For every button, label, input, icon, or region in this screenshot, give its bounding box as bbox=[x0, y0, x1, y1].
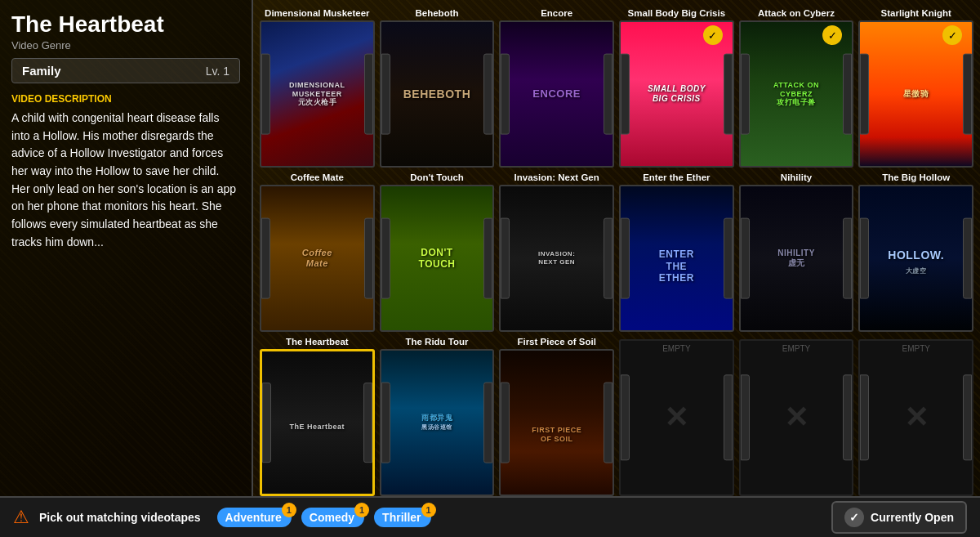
empty-label-3: EMPTY bbox=[860, 344, 972, 353]
tape-label-starlight: Starlight Knight bbox=[858, 7, 973, 20]
tape-col-dimensional: Dimensional Musketeer DIMENSIONALMUSKETE… bbox=[260, 7, 375, 168]
empty-x-1: ✕ bbox=[664, 401, 688, 435]
tape-label-firstpiece: First Piece of Soil bbox=[499, 335, 614, 349]
check-badge-smallbody: ✓ bbox=[703, 25, 723, 45]
currently-open-button[interactable]: ✓ Currently Open bbox=[831, 501, 967, 534]
cover-text-nihility: NIHILITY虚无 bbox=[749, 245, 844, 271]
tape-col-heartbeat: The Heartbeat ThE Heartbeat bbox=[260, 335, 375, 496]
empty-label-1: EMPTY bbox=[621, 344, 733, 353]
currently-open-check-icon: ✓ bbox=[844, 508, 864, 527]
tape-col-donttouch: Don't Touch DON'TTOUCH bbox=[380, 171, 495, 332]
cover-text-invasion: INVASION:NEXT GEN bbox=[509, 247, 604, 269]
tape-label-dimensional: Dimensional Musketeer bbox=[260, 7, 375, 20]
empty-label-2: EMPTY bbox=[741, 344, 853, 353]
grid-row-3: The Heartbeat ThE Heartbeat The Ridu Tou… bbox=[260, 335, 973, 496]
tape-label-nihility: Nihility bbox=[739, 171, 854, 185]
cover-beheboth: BEHEBOTH bbox=[390, 22, 485, 166]
tape-col-empty-2: ✕ EMPTY bbox=[739, 335, 854, 496]
cards-row-2: Coffee Mate CoffeeMate Don't Touch DON' bbox=[260, 171, 973, 332]
tape-card-invasion[interactable]: INVASION:NEXT GEN bbox=[499, 185, 614, 332]
cover-text-enter: ENTERTHEETHER bbox=[629, 245, 724, 287]
level-indicator: Lv. 1 bbox=[206, 65, 229, 78]
grid-row-2: Coffee Mate CoffeeMate Don't Touch DON' bbox=[260, 171, 973, 332]
cover-text-starlight: 星徼骑 bbox=[868, 86, 964, 102]
tape-card-encore[interactable]: ENCORE bbox=[499, 20, 614, 168]
tape-card-bighollow[interactable]: HOLLOW.大虚空 bbox=[858, 185, 973, 332]
left-panel: The Heartbeat Video Genre Family Lv. 1 V… bbox=[0, 0, 253, 499]
cover-text-smallbody: SMALL BODYBIG CRISIS bbox=[629, 81, 724, 107]
cover-coffee: CoffeeMate bbox=[270, 186, 365, 330]
video-title: The Heartbeat bbox=[11, 11, 240, 38]
genre-name: Family bbox=[22, 64, 198, 78]
tape-col-encore: Encore ENCORE bbox=[499, 7, 614, 168]
tape-card-beheboth[interactable]: BEHEBOTH bbox=[380, 20, 495, 168]
genre-pill-adventure-label: Adventure bbox=[225, 511, 282, 524]
adventure-badge: 1 bbox=[282, 503, 296, 517]
cover-firstpiece: FIRST PIECEOF SOIL bbox=[509, 351, 604, 494]
video-description: A child with congenital heart disease fa… bbox=[11, 110, 240, 252]
tape-card-smallbody[interactable]: SMALL BODYBIG CRISIS ✓ bbox=[619, 20, 734, 168]
empty-x-2: ✕ bbox=[784, 401, 808, 435]
tape-card-empty-3: ✕ EMPTY bbox=[858, 339, 973, 496]
tape-card-heartbeat[interactable]: ThE Heartbeat bbox=[260, 349, 375, 496]
cover-ridu: 雨都异鬼黑汤谷巡馆 bbox=[390, 351, 485, 494]
tape-grid: Dimensional Musketeer DIMENSIONALMUSKETE… bbox=[253, 0, 980, 496]
genre-pill-thriller-label: Thriller bbox=[382, 511, 421, 524]
tape-card-firstpiece[interactable]: FIRST PIECEOF SOIL bbox=[499, 349, 614, 496]
cover-text-ridu: 雨都异鬼黑汤谷巡馆 bbox=[390, 410, 485, 435]
tape-card-empty-1: ✕ EMPTY bbox=[619, 339, 734, 496]
tape-col-starlight: Starlight Knight 星徼骑 ✓ bbox=[858, 7, 973, 168]
tape-label-beheboth: Beheboth bbox=[380, 7, 495, 20]
tape-col-attack: Attack on Cyberz ATTACK ONCYBERZ攻打电子兽 ✓ bbox=[739, 7, 854, 168]
cover-donttouch: DON'TTOUCH bbox=[390, 186, 485, 330]
tape-label-bighollow: The Big Hollow bbox=[858, 171, 973, 185]
warning-icon: ⚠ bbox=[13, 507, 29, 528]
cover-text-dimensional: DIMENSIONALMUSKETEER元次火枪手 bbox=[270, 78, 365, 110]
cover-text-heartbeat: ThE Heartbeat bbox=[270, 419, 364, 435]
tape-col-coffee: Coffee Mate CoffeeMate bbox=[260, 171, 375, 332]
genre-pill-comedy[interactable]: Comedy 1 bbox=[301, 508, 364, 527]
cover-enter: ENTERTHEETHER bbox=[629, 186, 724, 330]
cover-invasion: INVASION:NEXT GEN bbox=[509, 186, 604, 330]
check-badge-starlight: ✓ bbox=[942, 25, 962, 45]
tape-card-attack[interactable]: ATTACK ONCYBERZ攻打电子兽 ✓ bbox=[739, 20, 854, 168]
tape-label-attack: Attack on Cyberz bbox=[739, 7, 854, 20]
tape-label-coffee: Coffee Mate bbox=[260, 171, 375, 185]
tape-label-invasion: Invasion: Next Gen bbox=[499, 171, 614, 185]
tape-col-empty-3: ✕ EMPTY bbox=[858, 335, 973, 496]
tape-card-ridu[interactable]: 雨都异鬼黑汤谷巡馆 bbox=[380, 349, 495, 496]
tape-card-coffee[interactable]: CoffeeMate bbox=[260, 185, 375, 332]
cover-text-attack: ATTACK ONCYBERZ攻打电子兽 bbox=[749, 78, 844, 110]
grid-container: Dimensional Musketeer DIMENSIONALMUSKETE… bbox=[260, 7, 973, 496]
tape-label-heartbeat: The Heartbeat bbox=[260, 335, 375, 349]
tape-col-nihility: Nihility NIHILITY虚无 bbox=[739, 171, 854, 332]
tape-col-enter: Enter the Ether ENTERTHEETHER bbox=[619, 171, 734, 332]
tape-label-enter: Enter the Ether bbox=[619, 171, 734, 185]
tape-card-empty-2: ✕ EMPTY bbox=[739, 339, 854, 496]
genre-pill-comedy-label: Comedy bbox=[310, 511, 354, 524]
tape-col-empty-1: ✕ EMPTY bbox=[619, 335, 734, 496]
thriller-badge: 1 bbox=[421, 503, 436, 517]
tape-card-donttouch[interactable]: DON'TTOUCH bbox=[380, 185, 495, 332]
cover-text-bighollow: HOLLOW.大虚空 bbox=[868, 245, 964, 280]
genre-pill-thriller[interactable]: Thriller 1 bbox=[374, 508, 430, 527]
tape-card-enter[interactable]: ENTERTHEETHER bbox=[619, 185, 734, 332]
tape-col-ridu: The Ridu Tour 雨都异鬼黑汤谷巡馆 bbox=[380, 335, 495, 496]
grid-row-1: Dimensional Musketeer DIMENSIONALMUSKETE… bbox=[260, 7, 973, 168]
tape-col-firstpiece: First Piece of Soil FIRST PIECEOF SOIL bbox=[499, 335, 614, 496]
cover-heartbeat: ThE Heartbeat bbox=[270, 351, 364, 494]
cover-text-beheboth: BEHEBOTH bbox=[390, 84, 485, 105]
tape-card-starlight[interactable]: 星徼骑 ✓ bbox=[858, 20, 973, 168]
currently-open-label: Currently Open bbox=[871, 511, 954, 524]
tape-col-beheboth: Beheboth BEHEBOTH bbox=[380, 7, 495, 168]
cards-row-1: Dimensional Musketeer DIMENSIONALMUSKETE… bbox=[260, 7, 973, 168]
tape-label-encore: Encore bbox=[499, 7, 614, 20]
cover-text-donttouch: DON'TTOUCH bbox=[390, 244, 485, 274]
cover-nihility: NIHILITY虚无 bbox=[749, 186, 844, 330]
tape-card-nihility[interactable]: NIHILITY虚无 bbox=[739, 185, 854, 332]
tape-label-ridu: The Ridu Tour bbox=[380, 335, 495, 349]
tape-card-dimensional[interactable]: DIMENSIONALMUSKETEER元次火枪手 bbox=[260, 20, 375, 168]
genre-bar: Family Lv. 1 bbox=[11, 58, 240, 83]
tape-col-invasion: Invasion: Next Gen INVASION:NEXT GEN bbox=[499, 171, 614, 332]
genre-pill-adventure[interactable]: Adventure 1 bbox=[217, 508, 292, 527]
